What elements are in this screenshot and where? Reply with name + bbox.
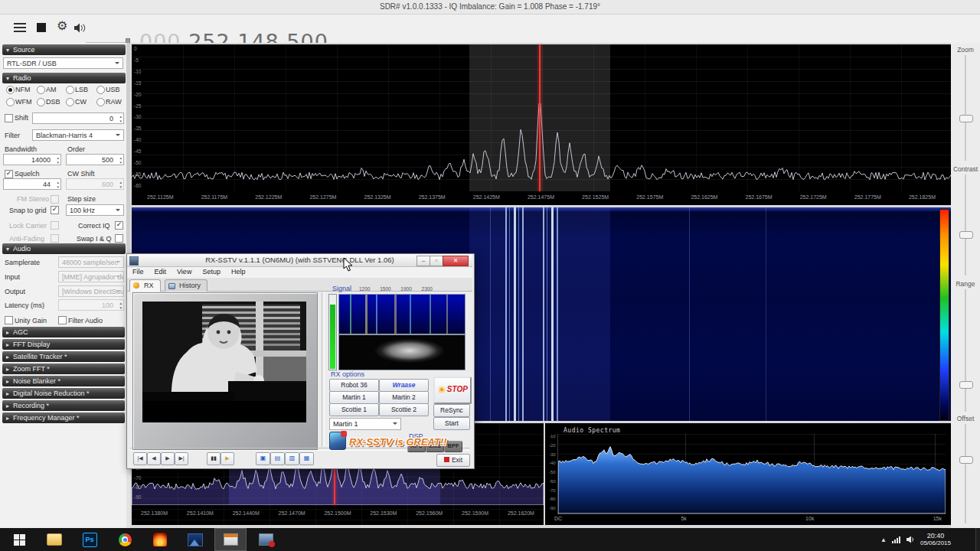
exit-button[interactable]: Exit [436,454,470,467]
sidebar-panel-header[interactable]: Noise Blanker * [2,376,125,386]
radio-panel-header[interactable]: Radio [2,73,126,83]
mode-button-scottie1[interactable]: Scottie 1 [329,403,379,416]
contrast-slider[interactable] [965,174,966,276]
mode-label[interactable]: WFM [15,98,32,106]
sidebar-panel-header[interactable]: Recording * [2,400,125,411]
squelch-input[interactable]: 44 [3,178,61,190]
network-icon[interactable] [892,536,900,543]
menu-item[interactable]: View [172,267,197,276]
offset-slider[interactable] [965,424,966,523]
sidebar-panel-header[interactable]: Frequency Manager * [2,412,125,423]
mode-radio-usb[interactable] [96,86,105,94]
copy-image-button[interactable]: ▣ [256,452,270,465]
mode-button-martin1[interactable]: Martin 1 [329,391,379,404]
mode-radio-wfm[interactable] [6,98,15,106]
mode-button-wraase[interactable]: Wraase [379,379,429,392]
range-slider-thumb[interactable] [959,381,973,389]
menu-icon[interactable] [14,21,26,34]
squelch-checkbox[interactable] [5,170,13,178]
taskbar-file-explorer[interactable] [38,528,70,551]
mode-radio-lsb[interactable] [66,86,74,94]
mode-button-martin2[interactable]: Martin 2 [379,391,429,404]
resync-button[interactable]: ReSync [433,404,470,417]
taskbar-sdrsharp[interactable] [144,528,176,551]
print-image-button[interactable]: ▥ [285,452,299,465]
zoom-slider-thumb[interactable] [959,115,973,122]
menu-item[interactable]: Setup [197,267,226,276]
zoom-slider[interactable] [965,55,966,161]
sidebar-panel-header[interactable]: AGC [2,327,125,337]
order-input[interactable]: 500 [66,154,124,165]
taskbar-clock[interactable]: 20:40 05/06/2015 [920,532,951,547]
volume-tray-icon[interactable] [906,536,915,543]
mode-radio-cw[interactable] [66,98,74,106]
spectrum-panel[interactable]: 0-5-10-15-20-25-30-35-40-45-50-55-60 252… [132,44,951,205]
play-button[interactable]: ▶ [220,452,234,465]
mode-label[interactable]: LSB [75,86,88,93]
rx-sstv-titlebar[interactable]: RX-SSTV v.1.1.1 (ON6MU) (with SSTVENG.DL… [127,254,472,267]
mode-radio-dsb[interactable] [37,98,45,106]
mode-button-scottie2[interactable]: Scottie 2 [379,403,429,416]
bandwidth-input[interactable]: 14000 [3,154,61,165]
gear-icon[interactable]: ⚙ [57,19,67,33]
start-button[interactable] [3,528,35,551]
mode-label[interactable]: CW [75,98,87,106]
sidebar-panel-header[interactable]: Zoom FFT * [2,364,125,374]
unity-gain-checkbox[interactable] [5,316,13,324]
sidebar-panel-header[interactable]: FFT Display [2,339,125,350]
tab-rx[interactable]: RX [129,279,161,292]
nav-prev-button[interactable]: ◀ [147,452,161,465]
gallery-button[interactable]: ▦ [299,452,314,465]
start-button[interactable]: Start [433,417,470,430]
nav-last-button[interactable]: ▶| [175,452,188,465]
mode-radio-nfm[interactable] [6,86,15,94]
rx-sstv-window[interactable]: RX-SSTV v.1.1.1 (ON6MU) (with SSTVENG.DL… [126,253,475,469]
nav-first-button[interactable]: |◀ [133,452,147,465]
minimize-button[interactable]: – [416,256,430,266]
show-desktop-button[interactable] [975,528,980,551]
menu-item[interactable]: Help [226,267,251,276]
stop-icon[interactable] [37,23,46,32]
range-slider[interactable] [965,289,966,412]
source-panel-header[interactable]: Source [2,44,126,55]
taskbar-rx-sstv[interactable] [214,528,247,551]
mode-label[interactable]: AM [46,86,57,93]
sidebar-panel-header[interactable]: Satellite Tracker * [2,351,125,362]
mode-radio-raw[interactable] [96,98,105,106]
shift-input[interactable]: 0 [32,112,124,124]
spectrum-plot[interactable] [132,44,951,191]
step-size-select[interactable]: 100 kHz [66,204,124,216]
taskbar-image-viewer[interactable] [179,528,211,551]
stop-receive-button[interactable]: ☀STOP [433,377,472,404]
mode-label[interactable]: USB [106,86,120,93]
nav-next-button[interactable]: ▶ [161,452,175,465]
taskbar-remote-desktop[interactable] [250,528,282,551]
menu-item[interactable]: Edit [149,267,172,276]
correct-iq-checkbox[interactable] [115,221,123,230]
mode-label[interactable]: RAW [106,98,122,106]
tuning-line[interactable] [539,44,541,191]
contrast-slider-thumb[interactable] [959,231,973,239]
offset-slider-thumb[interactable] [959,456,973,464]
waterfall-intensity-legend[interactable] [939,209,949,421]
taskbar-photoshop[interactable]: Ps [74,528,106,551]
sidebar-panel-header[interactable]: Digital Noise Reduction * [2,388,125,399]
mode-button-robot36[interactable]: Robot 36 [329,379,379,392]
maximize-button[interactable]: ▫ [430,256,443,266]
pause-button[interactable]: ▮▮ [207,452,220,465]
save-image-button[interactable]: ▤ [270,452,285,465]
mode-select[interactable]: Martin 1 [329,418,401,430]
shift-checkbox[interactable] [5,114,13,122]
filter-select[interactable]: Blackman-Harris 4 [32,129,124,141]
filter-audio-checkbox[interactable] [58,316,67,324]
close-button[interactable]: ✕ [443,256,469,266]
taskbar-chrome[interactable] [109,528,141,551]
source-device-select[interactable]: RTL-SDR / USB [3,57,123,69]
speaker-icon[interactable] [74,22,86,36]
mode-label[interactable]: NFM [15,86,31,93]
tray-expand-icon[interactable]: ▲ [880,536,887,543]
snap-to-grid-checkbox[interactable] [51,206,59,214]
audio-panel-header[interactable]: Audio [2,243,126,254]
mode-radio-am[interactable] [37,86,45,94]
menu-item[interactable]: File [127,267,149,276]
